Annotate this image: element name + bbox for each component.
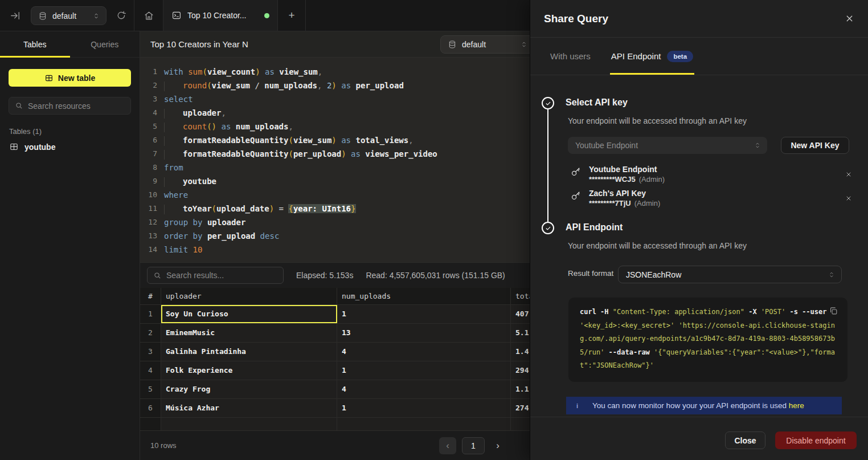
close-icon[interactable] xyxy=(845,14,854,23)
share-panel-header: Share Query xyxy=(530,0,868,38)
key-icon xyxy=(570,190,582,203)
new-api-key-button[interactable]: New API Key xyxy=(781,137,849,154)
banner-here-link[interactable]: here xyxy=(789,401,804,410)
remove-key-icon[interactable] xyxy=(843,193,854,204)
query-title: Top 10 Creators in Year N xyxy=(150,39,248,49)
line-number: 1 xyxy=(140,65,157,79)
table-icon xyxy=(44,74,54,83)
cell-uploader[interactable]: Folk Experience xyxy=(161,361,337,380)
result-format-select[interactable]: JSONEachRow xyxy=(618,266,842,283)
api-key-role: (Admin) xyxy=(639,175,665,184)
copy-icon[interactable] xyxy=(828,305,840,322)
refresh-icon[interactable] xyxy=(109,0,134,31)
share-panel-title: Share Query xyxy=(544,13,608,25)
sql-line: 11toYear(upload_date) = {year: UInt16} xyxy=(140,202,533,215)
step-check-icon xyxy=(542,97,554,109)
database-selector-value: default xyxy=(52,11,76,21)
sql-line: 8from xyxy=(140,161,533,174)
tables-section-label: Tables (1) xyxy=(9,127,131,136)
sidebar-item-youtube[interactable]: youtube xyxy=(9,138,131,156)
share-query-panel: Share Query With users API Endpoint beta… xyxy=(530,0,868,460)
results-search-input[interactable] xyxy=(166,271,277,280)
sql-editor[interactable]: 1with sum(view_count) as view_sum,2round… xyxy=(140,58,533,262)
line-number: 11 xyxy=(140,202,157,215)
step-connector xyxy=(547,109,548,222)
row-index[interactable]: 3 xyxy=(140,343,161,361)
sql-line: 12group by uploader xyxy=(140,215,533,229)
chevron-up-down-icon xyxy=(520,40,528,48)
results-search xyxy=(147,267,284,284)
line-number: 10 xyxy=(140,188,157,202)
tab-api-endpoint[interactable]: API Endpoint beta xyxy=(611,38,693,75)
next-page-button[interactable]: › xyxy=(490,437,505,454)
query-header: Top 10 Creators in Year N default xyxy=(140,31,533,58)
sql-line: 13order by per_upload desc xyxy=(140,229,533,243)
cell-num-uploads[interactable]: 1 xyxy=(337,399,511,417)
chevron-up-down-icon xyxy=(828,271,836,279)
line-number: 8 xyxy=(140,161,157,174)
tab-api-endpoint-label: API Endpoint xyxy=(611,51,661,61)
query-tab[interactable]: Top 10 Creator... xyxy=(163,0,277,31)
chevron-up-down-icon xyxy=(92,12,100,20)
banner-text: You can now monitor how your your API en… xyxy=(592,401,804,410)
row-index[interactable]: 2 xyxy=(140,324,161,342)
current-page[interactable]: 1 xyxy=(462,437,485,454)
api-key-select-value: Youtube Endpoint xyxy=(575,141,638,150)
row-index[interactable]: 1 xyxy=(140,305,161,323)
api-key-role: (Admin) xyxy=(634,199,661,207)
row-index[interactable]: 4 xyxy=(140,361,161,380)
table-row: 5Crazy Frog41.1 xyxy=(140,380,533,399)
cell-num-uploads[interactable]: 1 xyxy=(337,361,511,380)
api-key-masked-value: *********7TjU xyxy=(589,199,631,207)
tab-tables[interactable]: Tables xyxy=(0,31,70,57)
row-count: 10 rows xyxy=(150,441,177,450)
beta-badge: beta xyxy=(667,51,693,62)
cell-uploader[interactable]: EminemMusic xyxy=(161,324,337,342)
divider xyxy=(305,0,306,31)
previous-page-button[interactable]: ‹ xyxy=(439,437,456,454)
cell-uploader[interactable]: Música Azhar xyxy=(161,399,337,417)
collapse-sidebar-icon[interactable] xyxy=(0,0,30,31)
line-number: 7 xyxy=(140,147,157,161)
api-endpoint-description: Your endpoint will be accessed through a… xyxy=(568,241,747,250)
row-index[interactable]: 5 xyxy=(140,380,161,398)
cell-num-uploads[interactable]: 4 xyxy=(337,343,511,361)
pagination: ‹ 1 › xyxy=(439,437,505,454)
sql-line: 3select xyxy=(140,92,533,106)
api-key-item: Zach's API Key*********7TjU(Admin) xyxy=(568,187,854,211)
tab-with-users[interactable]: With users xyxy=(550,38,591,75)
database-selector[interactable]: default xyxy=(31,6,107,25)
cell-uploader[interactable]: Soy Un Curioso xyxy=(161,305,337,323)
table-row: 4Folk Experience1294 xyxy=(140,361,533,380)
terminal-icon xyxy=(171,10,182,21)
disable-endpoint-button[interactable]: Disable endpoint xyxy=(775,431,857,449)
cell-num-uploads[interactable]: 1 xyxy=(337,305,511,323)
api-key-select[interactable]: Youtube Endpoint xyxy=(568,137,767,154)
cell-num-uploads[interactable]: 4 xyxy=(337,380,511,398)
home-button[interactable] xyxy=(134,0,163,31)
sql-line: 4uploader, xyxy=(140,106,533,120)
resource-search-input[interactable] xyxy=(28,101,125,111)
sql-line: 10where xyxy=(140,188,533,202)
api-key-item: Youtube Endpoint*********WCJ5(Admin) xyxy=(568,163,854,187)
sql-line: 7formatReadableQuantity(per_upload) as v… xyxy=(140,147,533,161)
sql-line: 14limit 10 xyxy=(140,243,533,257)
line-number: 12 xyxy=(140,215,157,229)
close-button[interactable]: Close xyxy=(725,431,765,449)
new-table-button[interactable]: New table xyxy=(9,69,131,87)
line-number: 13 xyxy=(140,229,157,243)
column-header-uploader[interactable]: uploader xyxy=(161,288,337,304)
remove-key-icon[interactable] xyxy=(843,169,854,180)
cell-num-uploads[interactable]: 13 xyxy=(337,324,511,342)
new-tab-button[interactable]: + xyxy=(278,0,305,31)
row-index[interactable]: 6 xyxy=(140,399,161,417)
home-icon xyxy=(144,10,154,21)
cell-uploader[interactable]: Crazy Frog xyxy=(161,380,337,398)
column-header-num-uploads[interactable]: num_uploads xyxy=(337,288,511,304)
tab-queries[interactable]: Queries xyxy=(70,31,140,57)
query-database-selector[interactable]: default xyxy=(440,35,533,54)
column-header-index[interactable]: # xyxy=(140,288,161,304)
resource-search xyxy=(9,97,131,115)
search-icon xyxy=(153,271,162,280)
cell-uploader[interactable]: Galinha Pintadinha xyxy=(161,343,337,361)
